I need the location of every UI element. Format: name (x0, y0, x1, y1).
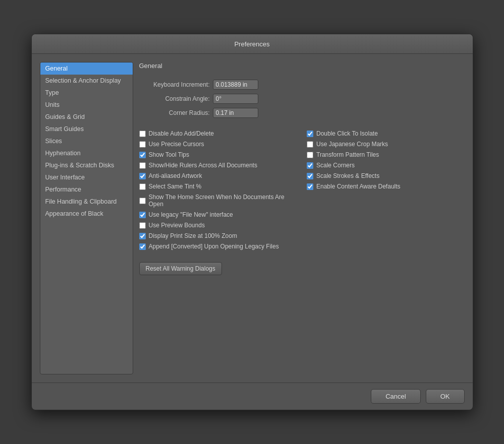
left-checkbox-1[interactable] (139, 141, 146, 148)
right-checkbox-row-3[interactable]: Scale Corners (307, 162, 465, 169)
checkboxes-area: Disable Auto Add/DeleteUse Precise Curso… (139, 130, 465, 250)
preferences-dialog: Preferences GeneralSelection & Anchor Di… (31, 34, 473, 410)
field-input-0[interactable] (213, 80, 258, 90)
left-checkbox-col: Disable Auto Add/DeleteUse Precise Curso… (139, 130, 297, 250)
fields-area: Keyboard Increment:Constrain Angle:Corne… (139, 80, 465, 118)
right-checkbox-2[interactable] (307, 152, 313, 158)
sidebar-item-performance[interactable]: Performance (40, 183, 133, 196)
ok-button[interactable]: OK (426, 389, 465, 404)
sidebar-item-smart-guides[interactable]: Smart Guides (40, 123, 133, 135)
left-checkbox-7[interactable] (139, 212, 146, 218)
right-checkbox-1[interactable] (307, 141, 313, 148)
left-checkbox-10[interactable] (139, 243, 146, 250)
field-row-0: Keyboard Increment: (139, 80, 465, 90)
field-input-1[interactable] (213, 94, 258, 104)
left-checkbox-label-8: Use Preview Bounds (149, 222, 205, 229)
left-checkbox-0[interactable] (139, 131, 146, 137)
dialog-content: GeneralSelection & Anchor DisplayTypeUni… (32, 54, 473, 383)
left-checkbox-row-4[interactable]: Anti-aliased Artwork (139, 172, 297, 179)
reset-all-warnings-button[interactable]: Reset All Warning Dialogs (139, 262, 222, 275)
section-title: General (139, 62, 465, 70)
right-checkbox-row-2[interactable]: Transform Pattern Tiles (307, 151, 465, 158)
field-label-2: Corner Radius: (139, 109, 210, 116)
sidebar: GeneralSelection & Anchor DisplayTypeUni… (40, 62, 133, 374)
left-checkbox-row-0[interactable]: Disable Auto Add/Delete (139, 130, 297, 137)
title-bar: Preferences (32, 34, 473, 54)
field-label-1: Constrain Angle: (139, 95, 210, 102)
right-checkbox-label-5: Enable Content Aware Defaults (316, 183, 401, 190)
sidebar-item-file-handling--clipboard[interactable]: File Handling & Clipboard (40, 196, 133, 208)
left-checkbox-6[interactable] (139, 198, 146, 204)
left-checkbox-row-7[interactable]: Use legacy "File New" interface (139, 211, 297, 218)
left-checkbox-label-2: Show Tool Tips (149, 151, 190, 158)
right-checkbox-5[interactable] (307, 183, 313, 190)
field-row-1: Constrain Angle: (139, 94, 465, 104)
right-checkbox-col: Double Click To IsolateUse Japanese Crop… (307, 130, 465, 250)
left-checkbox-row-1[interactable]: Use Precise Cursors (139, 141, 297, 148)
left-checkbox-row-10[interactable]: Append [Converted] Upon Opening Legacy F… (139, 243, 297, 250)
left-checkbox-row-3[interactable]: Show/Hide Rulers Across All Documents (139, 162, 297, 169)
right-checkbox-row-4[interactable]: Scale Strokes & Effects (307, 172, 465, 179)
sidebar-item-slices[interactable]: Slices (40, 135, 133, 147)
left-checkbox-label-9: Display Print Size at 100% Zoom (149, 232, 237, 239)
sidebar-item-general[interactable]: General (40, 62, 133, 75)
left-checkbox-label-1: Use Precise Cursors (149, 141, 204, 148)
left-checkbox-row-2[interactable]: Show Tool Tips (139, 151, 297, 158)
sidebar-item-user-interface[interactable]: User Interface (40, 171, 133, 183)
sidebar-item-type[interactable]: Type (40, 87, 133, 99)
sidebar-item-units[interactable]: Units (40, 99, 133, 111)
left-checkbox-label-10: Append [Converted] Upon Opening Legacy F… (149, 243, 279, 250)
footer: Cancel OK (32, 383, 473, 410)
right-checkbox-0[interactable] (307, 131, 313, 137)
left-checkbox-row-9[interactable]: Display Print Size at 100% Zoom (139, 232, 297, 239)
field-row-2: Corner Radius: (139, 108, 465, 118)
left-checkbox-label-4: Anti-aliased Artwork (149, 172, 202, 179)
left-checkbox-label-7: Use legacy "File New" interface (149, 211, 233, 218)
main-panel: General Keyboard Increment:Constrain Ang… (139, 62, 465, 374)
right-checkbox-row-5[interactable]: Enable Content Aware Defaults (307, 183, 465, 190)
left-checkbox-label-3: Show/Hide Rulers Across All Documents (149, 162, 257, 169)
sidebar-item-hyphenation[interactable]: Hyphenation (40, 147, 133, 159)
sidebar-item-appearance-of-black[interactable]: Appearance of Black (40, 208, 133, 220)
right-checkbox-label-1: Use Japanese Crop Marks (316, 141, 388, 148)
reset-button-container: Reset All Warning Dialogs (139, 262, 465, 275)
left-checkbox-3[interactable] (139, 162, 146, 169)
right-checkbox-label-0: Double Click To Isolate (316, 130, 378, 137)
right-checkbox-row-0[interactable]: Double Click To Isolate (307, 130, 465, 137)
left-checkbox-2[interactable] (139, 152, 146, 158)
right-checkbox-label-4: Scale Strokes & Effects (316, 172, 379, 179)
right-checkbox-label-2: Transform Pattern Tiles (316, 151, 379, 158)
right-checkbox-label-3: Scale Corners (316, 162, 355, 169)
left-checkbox-5[interactable] (139, 183, 146, 190)
dialog-title: Preferences (234, 40, 269, 48)
sidebar-item-selection--anchor-display[interactable]: Selection & Anchor Display (40, 75, 133, 87)
left-checkbox-label-5: Select Same Tint % (149, 183, 202, 190)
left-checkbox-8[interactable] (139, 222, 146, 229)
right-checkbox-3[interactable] (307, 162, 313, 169)
left-checkbox-row-6[interactable]: Show The Home Screen When No Documents A… (139, 194, 297, 208)
left-checkbox-9[interactable] (139, 233, 146, 239)
left-checkbox-label-6: Show The Home Screen When No Documents A… (149, 194, 297, 208)
left-checkbox-row-8[interactable]: Use Preview Bounds (139, 222, 297, 229)
field-input-2[interactable] (213, 108, 258, 118)
left-checkbox-label-0: Disable Auto Add/Delete (149, 130, 214, 137)
left-checkbox-4[interactable] (139, 173, 146, 179)
cancel-button[interactable]: Cancel (371, 389, 420, 404)
sidebar-item-guides--grid[interactable]: Guides & Grid (40, 111, 133, 123)
left-checkbox-row-5[interactable]: Select Same Tint % (139, 183, 297, 190)
right-checkbox-4[interactable] (307, 173, 313, 179)
field-label-0: Keyboard Increment: (139, 81, 210, 88)
right-checkbox-row-1[interactable]: Use Japanese Crop Marks (307, 141, 465, 148)
sidebar-item-plug-ins--scratch-disks[interactable]: Plug-ins & Scratch Disks (40, 159, 133, 171)
